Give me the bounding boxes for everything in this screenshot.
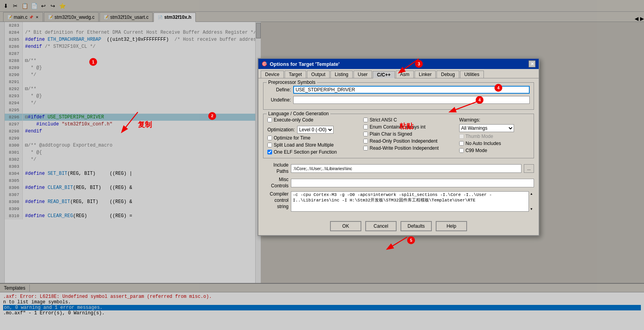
toolbar-btn-2[interactable]: ✂: [11, 2, 20, 10]
optimization-row: Optimization: Level 0 (-O0) Level 1 (-O1…: [267, 126, 359, 134]
code-line-8295: 8295: [5, 107, 255, 114]
ok-button[interactable]: OK: [330, 221, 361, 231]
cb-c99: C99 Mode: [459, 148, 530, 153]
tab-wwdg[interactable]: 📝 stm32f10x_wwdg.c: [44, 12, 99, 22]
dialog-title: Options for Target 'Template': [270, 61, 339, 67]
code-line-8310: 8310 #define CLEAR_REG(REG) ((REG) =: [5, 212, 255, 219]
include-paths-label: IncludePaths: [263, 162, 289, 174]
help-button[interactable]: Help: [436, 221, 467, 231]
cb-no-auto-includes-input[interactable]: [459, 141, 464, 146]
tab-icon-header: 📄: [158, 15, 162, 20]
code-line-8305: 8305: [5, 177, 255, 184]
cb-rw-position-input[interactable]: [363, 146, 368, 150]
dialog-close-button[interactable]: ✕: [529, 60, 536, 67]
cb-split-load-input[interactable]: [267, 143, 272, 147]
toolbar-btn-4[interactable]: 📄: [30, 2, 38, 10]
code-line-8285: 8285 #define ETH_DMACHRBAR_HRBAP ((uint3…: [5, 36, 255, 43]
code-line-8283: 8283: [5, 22, 255, 29]
code-line-8293: 8293 * @}: [5, 92, 255, 100]
code-line-8289: 8289 * @}: [5, 64, 255, 71]
toolbar-btn-5[interactable]: ↩: [39, 2, 48, 10]
annotation-circle-2: 2: [208, 112, 216, 120]
cb-execute-only: Execute-only Code: [267, 117, 359, 123]
optimization-label: Optimization:: [267, 127, 295, 132]
dtab-output[interactable]: Output: [307, 71, 330, 78]
compiler-string-row: Compilercontrolstring -c -cpu Cortex-M3 …: [263, 191, 534, 212]
cb-thumb-mode: Thumb Mode: [459, 134, 530, 139]
cb-thumb-mode-input[interactable]: [459, 134, 464, 139]
dtab-utilities[interactable]: Utilities: [460, 71, 484, 78]
code-line-8296: 8296 ⊟#ifdef USE_STDPERIPH_DRIVER: [5, 114, 255, 121]
dtab-debug[interactable]: Debug: [437, 71, 459, 78]
dtab-asm[interactable]: Asm: [396, 71, 414, 78]
tab-icon-wwdg: 📝: [48, 15, 53, 19]
error-output: .axf: Error: L6218E: Undefined symbol as…: [0, 292, 644, 330]
cb-enum-container-input[interactable]: [363, 125, 368, 129]
cb-rw-position: Read-Write Position Independent: [363, 145, 455, 151]
cb-optimize-time-input[interactable]: [267, 136, 272, 140]
code-line-8308: 8308 #define READ_BIT(REG, BIT) ((REG) &: [5, 198, 255, 205]
tab-header[interactable]: 📄 stm32f10x.h: [153, 13, 195, 22]
code-line-8288: 8288 ⊟/**: [5, 57, 255, 64]
defaults-button[interactable]: Defaults: [400, 221, 432, 231]
misc-controls-input[interactable]: [291, 179, 534, 187]
tab-usart[interactable]: 📝 stm32f10x_usart.c: [99, 12, 153, 22]
error-line-2: n to list image symbols.: [3, 299, 641, 305]
templates-tab[interactable]: Templates: [0, 285, 30, 292]
tab-close-main[interactable]: ✕: [36, 15, 39, 19]
optimization-select[interactable]: Level 0 (-O0) Level 1 (-O1) Level 2 (-O2…: [297, 126, 334, 134]
tab-pin-main: 📌: [29, 15, 33, 19]
code-line-8301: 8301 * @{: [5, 149, 255, 156]
tab-scroll-right[interactable]: ▶: [640, 16, 644, 22]
code-line-8286: 8286 #endif /* STM32F10X_CL */: [5, 43, 255, 50]
undefine-input[interactable]: [293, 96, 530, 104]
copy-annotation: 复制: [138, 120, 152, 129]
include-paths-browse[interactable]: ...: [524, 164, 534, 173]
annotation-circle-4b: 4: [476, 96, 483, 104]
tab-icon-main: 📝: [7, 15, 12, 19]
cb-no-auto-includes: No Auto Includes: [459, 141, 530, 146]
code-line-8292: 8292 ⊟/**: [5, 85, 255, 92]
dtab-cpp[interactable]: C/C++: [373, 71, 395, 78]
dtab-user[interactable]: User: [354, 71, 372, 78]
options-dialog: 🎯 Options for Target 'Template' ✕ Device…: [258, 58, 539, 236]
dtab-device[interactable]: Device: [261, 71, 284, 78]
tab-scroll-left[interactable]: ◀: [635, 16, 639, 22]
cb-elf-section-input[interactable]: [267, 150, 272, 154]
tab-main-c[interactable]: 📝 main.c 📌 ✕: [3, 12, 43, 22]
toolbar-btn-6[interactable]: ↪: [49, 2, 57, 10]
code-line-8304: 8304 #define SET_BIT(REG, BIT) ((REG) |: [5, 170, 255, 177]
dialog-buttons: OK Cancel Defaults Help: [258, 218, 539, 235]
toolbar-btn-7[interactable]: ⭐: [58, 2, 67, 10]
toolbar-btn-1[interactable]: ⬇: [2, 2, 10, 10]
cb-plain-char-input[interactable]: [363, 132, 368, 136]
tab-label-main: main.c: [14, 15, 27, 20]
cb-c99-input[interactable]: [459, 148, 464, 153]
cb-execute-only-input[interactable]: [267, 118, 272, 122]
warnings-select[interactable]: All Warnings No Warnings: [459, 124, 514, 132]
compiler-string-container: -c -cpu Cortex-M3 -g -O0 -apcs=interwork…: [291, 191, 534, 212]
compiler-string-text: -c -cpu Cortex-M3 -g -O0 -apcs=interwork…: [293, 192, 492, 203]
code-line-8284: 8284 /* Bit definition for Ethernet DMA …: [5, 29, 255, 36]
compiler-scroll[interactable]: ▲ ▼: [529, 191, 534, 212]
cancel-button[interactable]: Cancel: [365, 221, 397, 231]
include-paths-input[interactable]: [291, 164, 521, 173]
cb-strict-ansi-input[interactable]: [363, 118, 368, 122]
dtab-linker[interactable]: Linker: [415, 71, 436, 78]
code-line-8302: 8302 */: [5, 156, 255, 163]
dialog-titlebar: 🎯 Options for Target 'Template' ✕: [258, 59, 539, 69]
misc-controls-label: MiscControls: [263, 177, 289, 189]
cb-ro-position-input[interactable]: [363, 139, 368, 143]
annotation-circle-3: 3: [415, 60, 423, 68]
dtab-listing[interactable]: Listing: [330, 71, 353, 78]
code-line-8291: 8291: [5, 78, 255, 85]
dialog-tabs: Device Target Output Listing User C/C++ …: [258, 69, 539, 78]
scroll-down-arrow[interactable]: ▼: [529, 207, 534, 212]
paste-annotation: 粘贴: [399, 121, 413, 131]
bottom-area: Templates .axf: Error: L6218E: Undefined…: [0, 283, 644, 330]
warnings-label: Warnings:: [459, 117, 530, 123]
preprocessor-group-label: Preprocessor Symbols: [267, 80, 317, 85]
toolbar-btn-3[interactable]: 📋: [20, 2, 29, 10]
scroll-up-arrow[interactable]: ▲: [529, 191, 534, 196]
dtab-target[interactable]: Target: [285, 71, 306, 78]
